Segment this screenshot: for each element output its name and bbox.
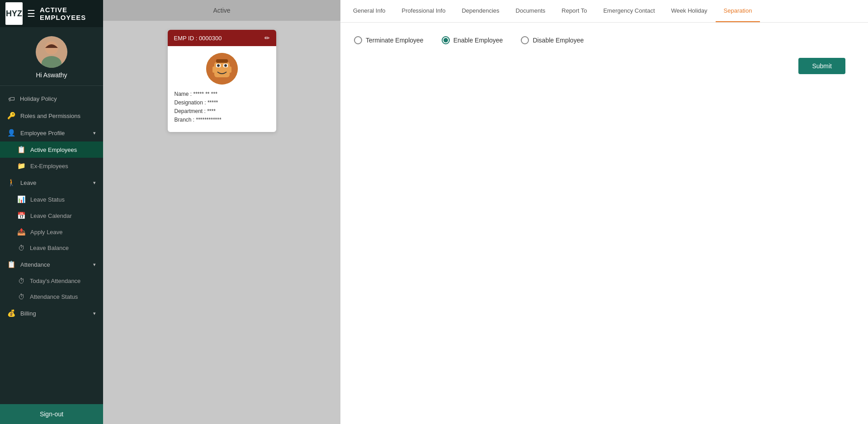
chevron-down-icon: ▾	[93, 130, 96, 136]
content-wrapper: Active EMP ID : 0000300 ✏	[103, 0, 868, 424]
enable-radio[interactable]	[442, 36, 450, 44]
tab-general-info[interactable]: General Info	[345, 0, 394, 22]
attendance-icon: 📋	[7, 260, 16, 269]
sidebar-item-employee-profile[interactable]: 👤 Employee Profile ▾	[0, 124, 103, 141]
signout-button[interactable]: Sign-out	[0, 404, 103, 424]
apply-icon: 📤	[17, 228, 26, 236]
sidebar-item-leave[interactable]: 🚶 Leave ▾	[0, 174, 103, 191]
sidebar-greeting: Hi Aswathy	[36, 71, 67, 79]
sidebar-item-attendance-status[interactable]: ⏱ Attendance Status	[0, 289, 103, 305]
terminate-employee-option[interactable]: Terminate Employee	[354, 36, 424, 44]
svg-rect-11	[212, 66, 215, 73]
svg-point-9	[224, 64, 227, 67]
sidebar-item-roles-permissions[interactable]: 🔑 Roles and Permissions	[0, 107, 103, 124]
sidebar-item-label: Attendance	[20, 261, 89, 268]
sidebar-item-label: Leave Balance	[30, 245, 69, 251]
sidebar-item-billing[interactable]: 💰 Billing ▾	[0, 305, 103, 322]
sidebar: HYZ ☰ ACTIVE EMPLOYEES Hi Aswathy 🏷 Holi…	[0, 0, 103, 424]
main-content: Active EMP ID : 0000300 ✏	[103, 0, 868, 424]
emp-branch: Branch : ************	[175, 117, 269, 123]
sidebar-logo: HYZ ☰ ACTIVE EMPLOYEES	[0, 0, 103, 27]
sidebar-nav: 🏷 Holiday Policy 🔑 Roles and Permissions…	[0, 86, 103, 404]
sidebar-item-ex-employees[interactable]: 📁 Ex-Employees	[0, 158, 103, 174]
billing-icon: 💰	[7, 309, 16, 317]
sidebar-item-label: Today's Attendance	[30, 278, 80, 284]
sidebar-item-label: Attendance Status	[30, 293, 78, 300]
chevron-down-icon: ▾	[93, 311, 96, 316]
tab-emergency-contact[interactable]: Emergency Contact	[595, 0, 663, 22]
clock-icon: ⏱	[17, 277, 25, 285]
sidebar-item-apply-leave[interactable]: 📤 Apply Leave	[0, 224, 103, 240]
logo-box: HYZ	[5, 2, 23, 25]
tab-separation[interactable]: Separation	[716, 0, 760, 22]
tab-week-holiday[interactable]: Week Holiday	[663, 0, 716, 22]
employee-card: EMP ID : 0000300 ✏	[168, 30, 276, 132]
emp-card-header: EMP ID : 0000300 ✏	[168, 30, 276, 46]
walk-icon: 🚶	[7, 179, 16, 187]
folder-icon: 📁	[17, 162, 26, 170]
emp-name: Name : ***** ** ***	[175, 91, 269, 97]
sidebar-item-label: Leave	[20, 179, 89, 186]
sidebar-item-active-employees[interactable]: 📋 Active Employees	[0, 141, 103, 158]
clock2-icon: ⏱	[17, 293, 25, 301]
enable-employee-option[interactable]: Enable Employee	[442, 36, 503, 44]
tab-professional-info[interactable]: Professional Info	[394, 0, 454, 22]
key-icon: 🔑	[7, 112, 16, 120]
svg-rect-10	[216, 59, 228, 63]
emp-department: Department : ****	[175, 108, 269, 114]
sidebar-item-label: Roles and Permissions	[20, 113, 96, 119]
avatar	[36, 36, 67, 68]
enable-label: Enable Employee	[453, 37, 503, 44]
sidebar-profile: Hi Aswathy	[0, 27, 103, 86]
svg-point-8	[217, 64, 220, 67]
person-icon: 👤	[7, 129, 16, 137]
list-icon: 📋	[17, 146, 26, 154]
svg-rect-12	[229, 66, 231, 73]
submit-button[interactable]: Submit	[798, 58, 845, 74]
chevron-down-icon: ▾	[93, 262, 96, 268]
terminate-radio[interactable]	[354, 36, 362, 44]
detail-panel: General Info Professional Info Dependenc…	[340, 0, 868, 424]
employee-panel-status: Active	[103, 0, 340, 21]
sidebar-page-title: ACTIVE EMPLOYEES	[40, 6, 98, 21]
sidebar-item-label: Ex-Employees	[30, 163, 68, 170]
calendar-icon: 📅	[17, 212, 26, 220]
sidebar-item-todays-attendance[interactable]: ⏱ Today's Attendance	[0, 273, 103, 289]
employee-panel: Active EMP ID : 0000300 ✏	[103, 0, 340, 424]
sidebar-item-label: Leave Status	[30, 196, 65, 203]
sidebar-item-leave-calendar[interactable]: 📅 Leave Calendar	[0, 207, 103, 224]
disable-radio[interactable]	[521, 36, 529, 44]
submit-area: Submit	[354, 58, 854, 74]
disable-label: Disable Employee	[533, 37, 584, 44]
sidebar-item-holiday-policy[interactable]: 🏷 Holiday Policy	[0, 90, 103, 107]
sidebar-item-label: Holiday Policy	[20, 95, 96, 102]
sidebar-item-label: Apply Leave	[30, 229, 63, 236]
chevron-down-icon: ▾	[93, 180, 96, 186]
emp-designation: Designation : *****	[175, 99, 269, 106]
chart-icon: 📊	[17, 195, 26, 203]
tab-report-to[interactable]: Report To	[553, 0, 595, 22]
tab-documents[interactable]: Documents	[508, 0, 554, 22]
sidebar-item-leave-balance[interactable]: ⏱ Leave Balance	[0, 240, 103, 256]
disable-employee-option[interactable]: Disable Employee	[521, 36, 584, 44]
emp-card-body: Name : ***** ** *** Designation : ***** …	[168, 46, 276, 132]
emp-info: Name : ***** ** *** Designation : ***** …	[175, 91, 269, 125]
detail-body: Terminate Employee Enable Employee Disab…	[340, 23, 868, 424]
emp-avatar	[206, 53, 238, 85]
balance-icon: ⏱	[17, 244, 25, 252]
edit-icon[interactable]: ✏	[264, 34, 270, 42]
detail-tabs: General Info Professional Info Dependenc…	[340, 0, 868, 23]
emp-id-label: EMP ID : 0000300	[174, 35, 222, 42]
holiday-policy-icon: 🏷	[7, 95, 15, 103]
sidebar-item-label: Billing	[20, 310, 89, 317]
separation-options: Terminate Employee Enable Employee Disab…	[354, 36, 854, 44]
sidebar-item-label: Leave Calendar	[30, 212, 72, 219]
hamburger-icon[interactable]: ☰	[27, 8, 35, 19]
sidebar-item-label: Active Employees	[30, 146, 77, 153]
sidebar-item-leave-status[interactable]: 📊 Leave Status	[0, 191, 103, 207]
sidebar-item-label: Employee Profile	[20, 130, 89, 137]
sidebar-item-attendance[interactable]: 📋 Attendance ▾	[0, 256, 103, 273]
tab-dependencies[interactable]: Dependencies	[453, 0, 507, 22]
terminate-label: Terminate Employee	[366, 37, 424, 44]
